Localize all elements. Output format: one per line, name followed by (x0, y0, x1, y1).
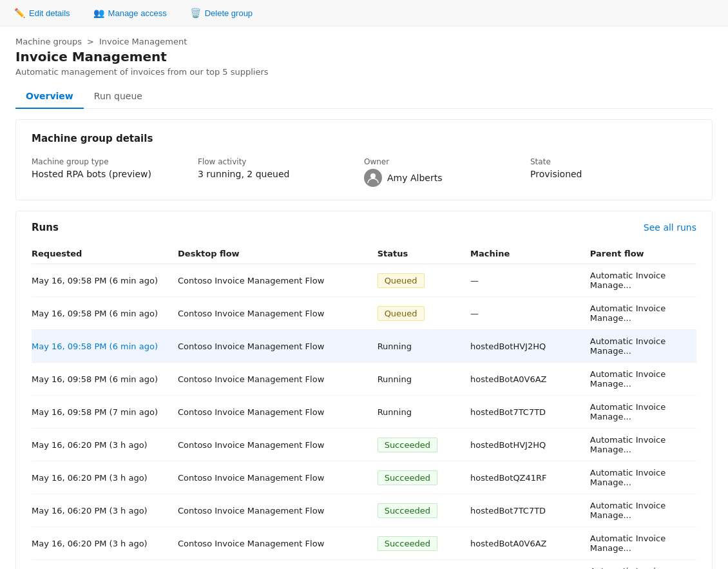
col-header-desktop-flow: Desktop flow (178, 244, 378, 264)
table-row[interactable]: May 16, 09:58 PM (7 min ago) Contoso Inv… (32, 396, 696, 429)
status-badge: Succeeded (378, 470, 437, 485)
details-card: Machine group details Machine group type… (15, 119, 713, 200)
breadcrumb-parent[interactable]: Machine groups (15, 37, 82, 46)
cell-desktop-flow: Contoso Invoice Management Flow (178, 429, 378, 461)
cell-requested: May 16, 09:58 PM (7 min ago) (32, 396, 178, 429)
breadcrumb-separator: > (87, 37, 94, 46)
svg-point-0 (370, 173, 376, 178)
cell-machine: hostedBotQZ41RF (470, 461, 590, 494)
cell-machine: hostedBot7TC7TD (470, 494, 590, 527)
cell-parent-flow: Automatic Invoice Manage... (590, 330, 696, 363)
table-row[interactable]: May 16, 09:58 PM (6 min ago) Contoso Inv… (32, 330, 696, 363)
cell-requested: May 16, 06:20 PM (3 h ago) (32, 527, 178, 560)
col-header-machine: Machine (470, 244, 590, 264)
cell-status: Queued (378, 297, 470, 330)
status-badge: Succeeded (378, 536, 437, 551)
delete-group-button[interactable]: 🗑️ Delete group (186, 5, 256, 21)
col-header-requested: Requested (32, 244, 178, 264)
cell-desktop-flow: Contoso Invoice Management Flow (178, 396, 378, 429)
cell-machine: hostedBotA0V6AZ (470, 527, 590, 560)
toolbar: ✏️ Edit details 👥 Manage access 🗑️ Delet… (0, 0, 728, 26)
cell-parent-flow: Automatic Invoice Manage... (590, 429, 696, 461)
runs-title: Runs (32, 222, 59, 233)
cell-status: Running (378, 330, 470, 363)
tab-run-queue[interactable]: Run queue (84, 84, 153, 109)
cell-requested: May 16, 06:20 PM (3 h ago) (32, 429, 178, 461)
cell-desktop-flow: Contoso Invoice Management Flow (178, 494, 378, 527)
cell-desktop-flow: Contoso Invoice Management Flow (178, 264, 378, 297)
cell-parent-flow: Automatic Invoice Manage... (590, 461, 696, 494)
cell-requested: May 16, 09:58 PM (6 min ago) (32, 264, 178, 297)
cell-requested: May 16, 09:58 PM (6 min ago) (32, 330, 178, 363)
detail-machine-type: Machine group type Hosted RPA bots (prev… (32, 157, 198, 187)
cell-desktop-flow: Contoso Invoice Management Flow (178, 297, 378, 330)
machine-type-value: Hosted RPA bots (preview) (32, 169, 198, 179)
cell-parent-flow: Automatic Invoice Manage... (590, 264, 696, 297)
table-row[interactable]: May 16, 06:20 PM (3 h ago) Contoso Invoi… (32, 494, 696, 527)
table-row[interactable]: May 16, 09:58 PM (6 min ago) Contoso Inv… (32, 264, 696, 297)
tab-overview[interactable]: Overview (15, 84, 84, 109)
manage-icon: 👥 (93, 8, 104, 18)
detail-owner: Owner Amy Alberts (364, 157, 530, 187)
breadcrumb: Machine groups > Invoice Management (15, 37, 713, 46)
detail-state: State Provisioned (530, 157, 696, 187)
runs-card: Runs See all runs Requested Desktop flow… (15, 211, 713, 569)
cell-desktop-flow: Contoso Invoice Management Flow (178, 363, 378, 396)
cell-parent-flow: Automatic Invoice Manage... (590, 297, 696, 330)
cell-parent-flow: Automatic Invoice Manage... (590, 494, 696, 527)
table-row[interactable]: May 16, 06:20 PM (3 h ago) Contoso Invoi… (32, 560, 696, 570)
detail-flow-activity: Flow activity 3 running, 2 queued (198, 157, 364, 187)
edit-label: Edit details (29, 8, 70, 18)
details-card-title: Machine group details (32, 133, 696, 144)
delete-icon: 🗑️ (190, 8, 201, 18)
table-row[interactable]: May 16, 06:20 PM (3 h ago) Contoso Invoi… (32, 429, 696, 461)
cell-status: Succeeded (378, 429, 470, 461)
cell-requested: May 16, 09:58 PM (6 min ago) (32, 363, 178, 396)
main-content: Machine group details Machine group type… (0, 109, 728, 569)
cell-machine: hostedBotHVJ2HQ (470, 330, 590, 363)
cell-machine: hostedBotA0V6AZ (470, 363, 590, 396)
status-badge: Running (378, 374, 412, 384)
owner-label: Owner (364, 157, 530, 166)
cell-machine: hostedBot7TC7TD (470, 396, 590, 429)
status-badge: Succeeded (378, 503, 437, 518)
manage-label: Manage access (108, 8, 167, 18)
owner-value: Amy Alberts (364, 169, 530, 187)
owner-name: Amy Alberts (387, 173, 442, 183)
cell-machine: — (470, 297, 590, 330)
cell-requested: May 16, 06:20 PM (3 h ago) (32, 461, 178, 494)
cell-status: Succeeded (378, 560, 470, 570)
cell-desktop-flow: Contoso Invoice Management Flow (178, 461, 378, 494)
tabs-container: Overview Run queue (15, 84, 713, 109)
avatar (364, 169, 382, 187)
status-badge: Running (378, 407, 412, 417)
state-label: State (530, 157, 696, 166)
table-header-row: Requested Desktop flow Status Machine Pa… (32, 244, 696, 264)
cell-requested: May 16, 09:58 PM (6 min ago) (32, 297, 178, 330)
runs-table: Requested Desktop flow Status Machine Pa… (32, 244, 696, 569)
table-row[interactable]: May 16, 06:20 PM (3 h ago) Contoso Invoi… (32, 461, 696, 494)
page-title: Invoice Management (15, 49, 713, 64)
state-value: Provisioned (530, 169, 696, 179)
flow-activity-value: 3 running, 2 queued (198, 169, 364, 179)
edit-details-button[interactable]: ✏️ Edit details (10, 5, 74, 21)
page-header: Machine groups > Invoice Management Invo… (0, 26, 728, 109)
status-badge: Running (378, 342, 412, 351)
see-all-runs-link[interactable]: See all runs (644, 222, 696, 233)
table-row[interactable]: May 16, 09:58 PM (6 min ago) Contoso Inv… (32, 297, 696, 330)
cell-status: Running (378, 363, 470, 396)
status-badge: Queued (378, 273, 425, 288)
cell-parent-flow: Automatic Invoice Manage... (590, 396, 696, 429)
cell-parent-flow: Automatic Invoice Manage... (590, 527, 696, 560)
cell-machine: hostedBotHVJ2HQ (470, 429, 590, 461)
status-badge: Queued (378, 306, 425, 321)
delete-label: Delete group (205, 8, 253, 18)
details-grid: Machine group type Hosted RPA bots (prev… (32, 157, 696, 187)
cell-desktop-flow: Contoso Invoice Management Flow (178, 527, 378, 560)
cell-desktop-flow: Contoso Invoice Management Flow (178, 330, 378, 363)
table-row[interactable]: May 16, 06:20 PM (3 h ago) Contoso Invoi… (32, 527, 696, 560)
cell-requested: May 16, 06:20 PM (3 h ago) (32, 494, 178, 527)
flow-activity-label: Flow activity (198, 157, 364, 166)
manage-access-button[interactable]: 👥 Manage access (90, 5, 171, 21)
table-row[interactable]: May 16, 09:58 PM (6 min ago) Contoso Inv… (32, 363, 696, 396)
